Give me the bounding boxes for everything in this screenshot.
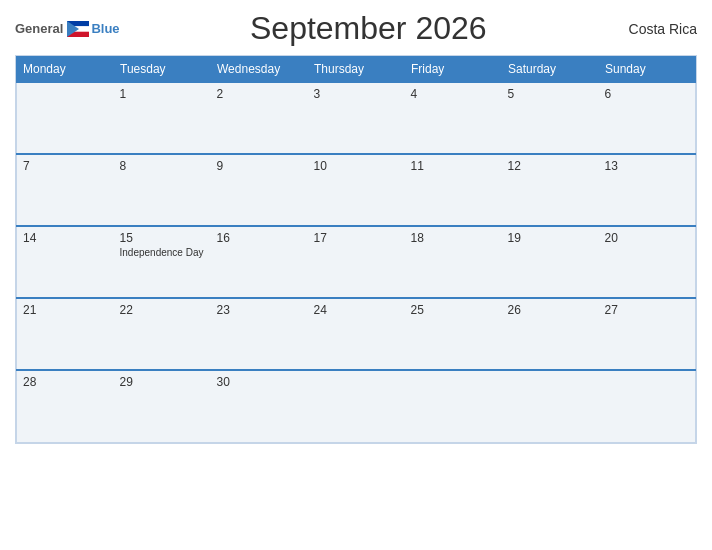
day-number: 2 — [217, 87, 302, 101]
calendar-cell: 28 — [17, 370, 114, 442]
day-number: 30 — [217, 375, 302, 389]
calendar-cell: 24 — [308, 298, 405, 370]
calendar-week-row: 21222324252627 — [17, 298, 696, 370]
calendar-cell: 14 — [17, 226, 114, 298]
calendar-table: Monday Tuesday Wednesday Thursday Friday… — [16, 56, 696, 443]
calendar-week-row: 1415Independence Day1617181920 — [17, 226, 696, 298]
calendar-cell: 10 — [308, 154, 405, 226]
page: General Blue September 2026 Costa Rica M… — [0, 0, 712, 550]
calendar-cell: 21 — [17, 298, 114, 370]
day-number: 13 — [605, 159, 690, 173]
day-number: 17 — [314, 231, 399, 245]
calendar-cell: 1 — [114, 82, 211, 154]
calendar-cell: 23 — [211, 298, 308, 370]
day-number: 8 — [120, 159, 205, 173]
calendar-cell — [502, 370, 599, 442]
day-number: 14 — [23, 231, 108, 245]
day-number: 24 — [314, 303, 399, 317]
calendar-cell — [599, 370, 696, 442]
calendar-container: Monday Tuesday Wednesday Thursday Friday… — [15, 55, 697, 444]
calendar-event: Independence Day — [120, 247, 205, 258]
day-number: 7 — [23, 159, 108, 173]
calendar-cell: 12 — [502, 154, 599, 226]
calendar-cell: 9 — [211, 154, 308, 226]
day-number: 18 — [411, 231, 496, 245]
calendar-cell: 20 — [599, 226, 696, 298]
calendar-cell: 26 — [502, 298, 599, 370]
calendar-cell — [308, 370, 405, 442]
day-number: 22 — [120, 303, 205, 317]
header: General Blue September 2026 Costa Rica — [15, 10, 697, 47]
day-number: 11 — [411, 159, 496, 173]
day-number: 6 — [605, 87, 690, 101]
day-number: 20 — [605, 231, 690, 245]
logo-blue-text: Blue — [91, 21, 119, 36]
header-saturday: Saturday — [502, 57, 599, 83]
day-number: 16 — [217, 231, 302, 245]
calendar-cell: 30 — [211, 370, 308, 442]
header-tuesday: Tuesday — [114, 57, 211, 83]
header-monday: Monday — [17, 57, 114, 83]
calendar-cell: 15Independence Day — [114, 226, 211, 298]
day-number: 5 — [508, 87, 593, 101]
header-thursday: Thursday — [308, 57, 405, 83]
calendar-cell: 4 — [405, 82, 502, 154]
day-number: 29 — [120, 375, 205, 389]
day-number: 28 — [23, 375, 108, 389]
day-number: 1 — [120, 87, 205, 101]
day-number: 19 — [508, 231, 593, 245]
calendar-week-row: 282930 — [17, 370, 696, 442]
calendar-cell — [405, 370, 502, 442]
calendar-cell: 7 — [17, 154, 114, 226]
calendar-cell: 27 — [599, 298, 696, 370]
header-sunday: Sunday — [599, 57, 696, 83]
day-number: 12 — [508, 159, 593, 173]
calendar-cell: 18 — [405, 226, 502, 298]
header-wednesday: Wednesday — [211, 57, 308, 83]
calendar-cell: 19 — [502, 226, 599, 298]
calendar-cell: 16 — [211, 226, 308, 298]
calendar-cell — [17, 82, 114, 154]
day-number: 15 — [120, 231, 205, 245]
country-label: Costa Rica — [617, 21, 697, 37]
day-number: 9 — [217, 159, 302, 173]
logo: General Blue — [15, 21, 120, 37]
day-number: 4 — [411, 87, 496, 101]
days-header-row: Monday Tuesday Wednesday Thursday Friday… — [17, 57, 696, 83]
calendar-cell: 29 — [114, 370, 211, 442]
calendar-cell: 6 — [599, 82, 696, 154]
header-friday: Friday — [405, 57, 502, 83]
logo-flag-icon — [67, 21, 89, 37]
calendar-cell: 11 — [405, 154, 502, 226]
day-number: 21 — [23, 303, 108, 317]
calendar-week-row: 78910111213 — [17, 154, 696, 226]
calendar-cell: 8 — [114, 154, 211, 226]
calendar-cell: 17 — [308, 226, 405, 298]
day-number: 10 — [314, 159, 399, 173]
day-number: 25 — [411, 303, 496, 317]
calendar-week-row: 123456 — [17, 82, 696, 154]
day-number: 23 — [217, 303, 302, 317]
logo-general-text: General — [15, 21, 63, 36]
calendar-cell: 13 — [599, 154, 696, 226]
day-number: 3 — [314, 87, 399, 101]
calendar-title: September 2026 — [120, 10, 617, 47]
day-number: 26 — [508, 303, 593, 317]
calendar-cell: 22 — [114, 298, 211, 370]
calendar-cell: 25 — [405, 298, 502, 370]
calendar-cell: 2 — [211, 82, 308, 154]
calendar-cell: 5 — [502, 82, 599, 154]
day-number: 27 — [605, 303, 690, 317]
calendar-cell: 3 — [308, 82, 405, 154]
